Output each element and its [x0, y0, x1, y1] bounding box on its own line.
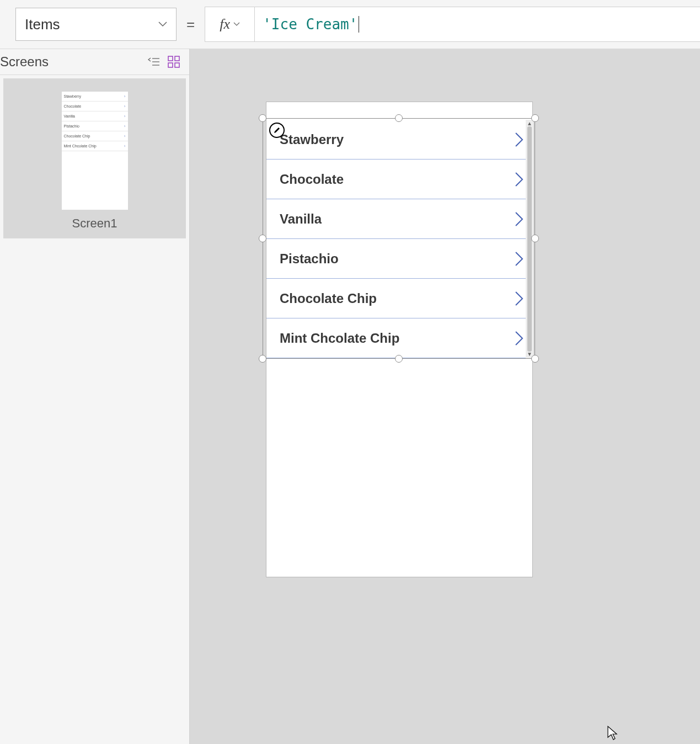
property-dropdown[interactable]: Items — [15, 8, 177, 41]
chevron-right-icon[interactable] — [514, 131, 525, 148]
cursor-icon — [607, 725, 618, 741]
list-item[interactable]: Chocolate — [266, 160, 533, 199]
item-label: Vanilla — [280, 211, 322, 227]
chevron-right-icon[interactable] — [514, 211, 525, 227]
tree-title: Screens — [0, 54, 144, 70]
tree-header: Screens — [0, 49, 189, 75]
item-label: Chocolate — [280, 172, 344, 187]
thumb-row: Pistachio› — [62, 121, 128, 131]
list-item[interactable]: Chocolate Chip — [266, 279, 533, 318]
canvas-area[interactable]: Stawberry Chocolate Vanilla Pistachio Ch… — [190, 49, 700, 744]
thumb-row: Chocolate Chip› — [62, 131, 128, 141]
property-name: Items — [25, 16, 60, 33]
scrollbar[interactable]: ▲ ▼ — [526, 120, 533, 358]
thumb-row: Stawberry› — [62, 92, 128, 102]
pencil-icon — [273, 126, 281, 134]
svg-rect-3 — [168, 56, 173, 61]
svg-rect-5 — [168, 63, 173, 67]
resize-handle[interactable] — [259, 355, 266, 363]
resize-handle[interactable] — [259, 114, 266, 122]
chevron-down-icon — [233, 22, 240, 26]
edit-template-button[interactable] — [269, 123, 285, 138]
item-label: Mint Chcolate Chip — [280, 331, 399, 346]
resize-handle[interactable] — [259, 235, 266, 242]
thumbnail-canvas: Stawberry› Chocolate› Vanilla› Pistachio… — [62, 92, 128, 210]
formula-input[interactable]: 'Ice Cream' — [255, 7, 700, 41]
fx-button[interactable]: fx — [205, 7, 255, 41]
item-label: Stawberry — [280, 132, 344, 147]
chevron-down-icon — [158, 22, 167, 27]
chevron-right-icon[interactable] — [514, 251, 525, 267]
svg-rect-6 — [175, 63, 179, 67]
chevron-right-icon[interactable] — [514, 290, 525, 307]
thumb-row: Vanilla› — [62, 111, 128, 121]
chevron-right-icon[interactable] — [514, 330, 525, 347]
list-item[interactable]: Stawberry — [266, 120, 533, 160]
formula-bar: Items = fx 'Ice Cream' — [0, 0, 700, 49]
collapse-list-icon[interactable] — [144, 52, 164, 72]
item-label: Pistachio — [280, 251, 339, 267]
tree-panel: Screens Stawberry› Chocolate› Vanilla› P… — [0, 49, 190, 744]
scroll-up-icon[interactable]: ▲ — [527, 121, 532, 126]
scroll-down-icon[interactable]: ▼ — [527, 352, 532, 357]
list-item[interactable]: Pistachio — [266, 239, 533, 279]
thumb-row: Chocolate› — [62, 102, 128, 111]
fx-label: fx — [220, 16, 230, 33]
svg-rect-4 — [175, 56, 179, 61]
formula-input-wrap: fx 'Ice Cream' — [205, 7, 700, 42]
list-item[interactable]: Mint Chcolate Chip — [266, 318, 533, 358]
list-item[interactable]: Vanilla — [266, 199, 533, 239]
screen-name: Screen1 — [32, 216, 157, 231]
device-frame: Stawberry Chocolate Vanilla Pistachio Ch… — [266, 102, 533, 577]
formula-text: 'Ice Cream' — [263, 16, 357, 33]
chevron-right-icon[interactable] — [514, 171, 525, 188]
gallery-control[interactable]: Stawberry Chocolate Vanilla Pistachio Ch… — [266, 120, 533, 358]
equals-sign: = — [186, 16, 195, 33]
item-label: Chocolate Chip — [280, 291, 377, 306]
scrollbar-thumb[interactable] — [527, 126, 532, 352]
thumbnail-view-icon[interactable] — [164, 52, 184, 72]
thumb-row: Mint Chcolate Chip› — [62, 141, 128, 151]
text-caret — [359, 16, 359, 33]
gallery-list: Stawberry Chocolate Vanilla Pistachio Ch… — [266, 120, 533, 358]
screen-thumbnail[interactable]: Stawberry› Chocolate› Vanilla› Pistachio… — [3, 78, 186, 238]
